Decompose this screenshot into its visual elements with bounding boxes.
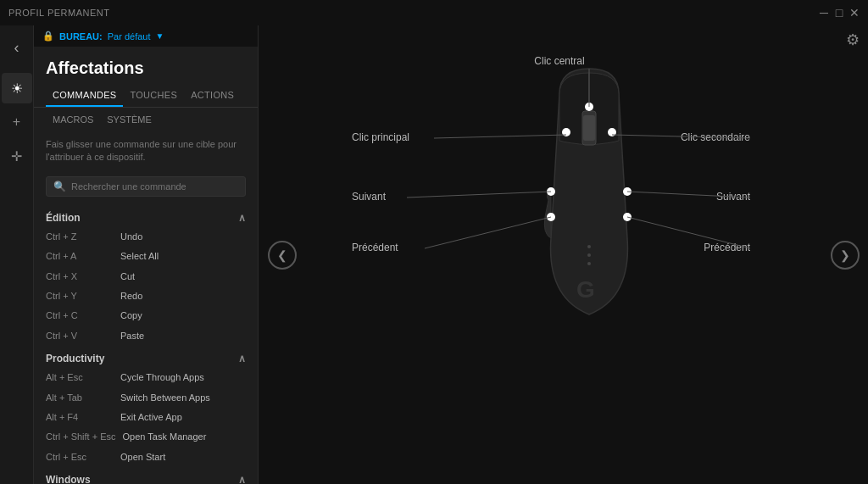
bureau-label: BUREAU: [59,31,103,42]
command-label: Select All [120,250,159,263]
command-label: Redo [120,290,142,303]
command-label: Open Task Manager [123,431,207,443]
search-icon: 🔍 [53,181,66,192]
command-key: Ctrl + Y [46,290,114,303]
title-bar-controls: ─ □ ✕ [819,8,860,18]
panel-title: Affectations [34,47,258,85]
lock-icon: 🔒 [42,31,54,42]
list-item[interactable]: Alt + Tab Switch Between Apps [34,388,258,408]
section-edition[interactable]: Édition ∧ [34,205,258,227]
svg-point-2 [587,245,591,248]
svg-text:G: G [576,276,595,303]
chevron-up-icon-3: ∧ [238,474,246,484]
command-key: Ctrl + X [46,270,114,283]
svg-line-14 [434,135,566,138]
crosshair-icon: ✛ [11,148,22,164]
chevron-down-icon: ▼ [156,31,164,41]
title-bar-left: PROFIL PERMANENT [8,8,109,18]
command-label: Cycle Through Apps [120,371,204,384]
icon-sidebar: ‹ ☀ + ✛ [0,25,34,484]
list-item[interactable]: Ctrl + C Copy [34,306,258,325]
command-key: Alt + Tab [46,392,114,404]
list-item[interactable]: Ctrl + Esc Open Start [34,448,258,467]
list-item[interactable]: Ctrl + X Cut [34,267,258,287]
commands-list: Édition ∧ Ctrl + Z Undo Ctrl + A Select … [34,202,258,484]
command-key: Ctrl + C [46,309,114,322]
close-button[interactable]: ✕ [849,8,860,18]
tab-commandes[interactable]: COMMANDES [46,85,123,107]
tab-systeme[interactable]: SYSTÈME [100,111,159,128]
command-label: Copy [120,309,142,322]
title-bar: PROFIL PERMANENT ─ □ ✕ [0,0,868,25]
precedent-left-label: Précédent [352,242,398,253]
search-box: 🔍 [46,176,246,197]
sub-tabs: MACROS SYSTÈME [34,108,258,131]
app-title: PROFIL PERMANENT [8,8,109,18]
clic-principal-label: Clic principal [352,131,409,143]
clic-central-label: Clic central [534,55,584,67]
list-item[interactable]: Alt + Esc Cycle Through Apps [34,368,258,387]
svg-line-18 [425,217,551,248]
mouse-diagram: G [259,25,868,484]
back-button[interactable]: ‹ [2,32,32,63]
svg-line-16 [407,192,551,197]
section-windows-label: Windows [46,474,91,484]
list-item[interactable]: Ctrl + Z Undo [34,227,258,247]
svg-line-19 [627,217,750,248]
command-key: Ctrl + Shift + Esc [46,431,116,443]
section-windows[interactable]: Windows ∧ [34,467,258,484]
command-label: Cut [120,270,135,283]
suivant-left-label: Suivant [352,191,387,203]
command-label: Paste [120,330,144,342]
app-container: ‹ ☀ + ✛ 🔒 BUREAU: Par défaut ▼ Affectati… [0,25,868,484]
command-key: Ctrl + A [46,250,114,263]
chevron-up-icon-2: ∧ [238,353,246,364]
sidebar-icon-plus[interactable]: + [2,107,32,137]
svg-rect-1 [583,115,595,141]
command-key: Alt + F4 [46,411,114,424]
profile-bar: 🔒 BUREAU: Par défaut ▼ [34,25,258,47]
tab-macros[interactable]: MACROS [46,111,100,128]
mouse-svg: G [259,43,868,467]
section-productivity-label: Productivity [46,353,104,364]
sun-icon: ☀ [11,81,23,97]
precedent-right-label: Précédent [704,242,750,253]
instruction-text: Fais glisser une commande sur une cible … [34,131,258,171]
command-key: Ctrl + Esc [46,451,114,464]
command-label: Switch Between Apps [120,392,210,404]
list-item[interactable]: Ctrl + Y Redo [34,287,258,306]
main-tabs: COMMANDES TOUCHES ACTIONS [34,85,258,108]
command-label: Exit Active App [120,411,182,424]
main-content: ⚙ [259,25,868,484]
svg-point-3 [587,253,591,257]
command-label: Undo [120,231,142,243]
plus-icon: + [13,114,20,130]
command-key: Ctrl + V [46,330,114,342]
tab-touches[interactable]: TOUCHES [123,85,184,107]
sidebar-icon-crosshair[interactable]: ✛ [2,141,32,171]
list-item[interactable]: Ctrl + V Paste [34,326,258,346]
right-arrow-icon[interactable]: ❯ [840,248,850,263]
list-item[interactable]: Ctrl + A Select All [34,247,258,266]
sidebar-icon-sun[interactable]: ☀ [2,73,32,103]
left-arrow-icon[interactable]: ❮ [277,248,287,263]
list-item[interactable]: Ctrl + Shift + Esc Open Task Manager [34,427,258,447]
list-item[interactable]: Alt + F4 Exit Active App [34,408,258,427]
search-input[interactable] [71,181,238,192]
svg-point-4 [587,262,591,265]
section-edition-label: Édition [46,212,81,224]
default-label[interactable]: Par défaut [108,31,151,42]
tab-actions[interactable]: ACTIONS [184,85,241,107]
left-panel: 🔒 BUREAU: Par défaut ▼ Affectations COMM… [34,25,259,484]
command-key: Alt + Esc [46,371,114,384]
section-productivity[interactable]: Productivity ∧ [34,346,258,368]
command-key: Ctrl + Z [46,231,114,243]
chevron-up-icon: ∧ [238,212,246,224]
maximize-button[interactable]: □ [834,8,844,18]
minimize-button[interactable]: ─ [819,8,829,18]
command-label: Open Start [120,451,165,464]
